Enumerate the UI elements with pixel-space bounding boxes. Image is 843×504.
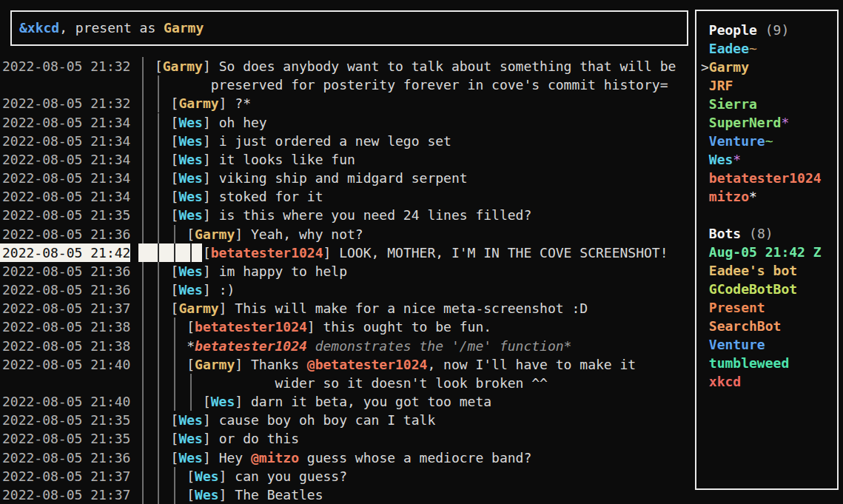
action-text: demonstrates the '/me' function* — [307, 338, 572, 354]
timestamp: 2022-08-05 21:37 — [2, 300, 130, 316]
text-segment: [ — [187, 226, 195, 242]
indent-spacer — [130, 338, 187, 354]
sidebar-bot-xkcd[interactable]: xkcd — [701, 372, 741, 391]
indent-spacer — [130, 207, 170, 223]
nick-wes: Wes — [178, 207, 203, 223]
text-segment: [ — [171, 152, 179, 167]
text-segment: [ — [171, 189, 179, 204]
chat-message-row[interactable]: 2022-08-05 21:36 [Wes] :) — [2, 280, 235, 299]
chat-message-row[interactable]: 2022-08-05 21:34 [Wes] viking ship and m… — [2, 169, 468, 187]
indent-spacer — [130, 412, 170, 428]
text-segment: * — [749, 189, 757, 204]
sidebar-user-supernerd[interactable]: SuperNerd* — [701, 113, 789, 132]
sidebar-bot-venture[interactable]: Venture — [701, 335, 765, 354]
chat-wrap-row[interactable]: preserved for posterity forever in cove'… — [2, 75, 668, 94]
sidebar-user-jrf[interactable]: JRF — [701, 76, 733, 95]
indent-spacer — [130, 319, 187, 335]
sidebar-bot-present[interactable]: Present — [701, 298, 765, 317]
indent-spacer — [130, 133, 170, 149]
timestamp: 2022-08-05 21:42 — [2, 245, 130, 261]
chat-wrap-row[interactable]: wider so it doesn't look broken ^^ — [2, 374, 548, 392]
timestamp: 2022-08-05 21:40 — [2, 394, 130, 409]
chat-message-row[interactable]: 2022-08-05 21:37 [Garmy] This will make … — [2, 299, 588, 317]
text-segment — [701, 263, 709, 278]
message-text: So does anybody want to talk about somet… — [219, 58, 676, 74]
sidebar-bot-tumbleweed[interactable]: tumbleweed — [701, 354, 789, 372]
timestamp: 2022-08-05 21:36 — [2, 226, 130, 242]
chat-message-row[interactable]: 2022-08-05 21:37 [Wes] can you guess? — [2, 467, 347, 485]
chat-message-row[interactable]: 2022-08-05 21:34 [Wes] it looks like fun — [2, 150, 355, 169]
text-segment — [701, 281, 709, 297]
sidebar-bot-gcodebotbot[interactable]: GCodeBotBot — [701, 280, 797, 298]
text-segment: People — [709, 22, 757, 38]
channel-header-text: &xkcd, present as Garmy — [19, 12, 204, 44]
sidebar-user-betatester1024[interactable]: betatester1024 — [701, 169, 822, 187]
chat-message-row[interactable]: 2022-08-05 21:36 [Wes] Hey @mitzo guess … — [2, 448, 531, 467]
nick-betatester1024: betatester1024 — [195, 319, 307, 335]
timestamp: 2022-08-05 21:35 — [2, 207, 130, 223]
sidebar-user-mitzo[interactable]: mitzo* — [701, 187, 757, 206]
nick-wes: Wes — [178, 170, 203, 186]
indent-spacer — [130, 115, 170, 130]
text-segment: [ — [171, 282, 179, 298]
timestamp — [2, 77, 130, 93]
chat-message-row[interactable]: 2022-08-05 21:40 [Garmy] Thanks @betates… — [2, 355, 636, 374]
sidebar-bot-searchbot[interactable]: SearchBot — [701, 317, 781, 335]
chat-message-row[interactable]: 2022-08-05 21:34 [Wes] i just ordered a … — [2, 132, 451, 150]
nick-wes: Wes — [178, 431, 203, 446]
nick-wes: Wes — [178, 412, 203, 428]
chat-message-row[interactable]: 2022-08-05 21:35 [Wes] or do this — [2, 429, 299, 448]
sidebar-user-sierra[interactable]: Sierra — [701, 95, 757, 113]
sidebar-bot-aug-05-2142-z[interactable]: Aug-05 21:42 Z — [701, 243, 822, 261]
chat-message-row[interactable]: 2022-08-05 21:42 [betatester1024] LOOK, … — [2, 243, 668, 262]
timestamp: 2022-08-05 21:34 — [2, 152, 130, 167]
sidebar-user-wes[interactable]: Wes* — [701, 150, 741, 169]
message-text: stoked for it — [219, 189, 323, 204]
message-text: preserved for posterity forever in cove'… — [211, 77, 668, 93]
text-segment: [ — [203, 245, 211, 261]
chat-message-row[interactable]: 2022-08-05 21:37 [Wes] The Beatles — [2, 485, 323, 504]
text-segment — [701, 374, 709, 389]
text-segment: ] — [203, 115, 219, 130]
text-segment: ] — [203, 263, 219, 279]
chat-message-row[interactable]: 2022-08-05 21:40 [Wes] darn it beta, you… — [2, 392, 491, 411]
indent-spacer — [130, 468, 187, 484]
chat-message-row[interactable]: 2022-08-05 21:36 [Wes] im happy to help — [2, 262, 347, 280]
message-text: oh hey — [219, 115, 267, 130]
text-segment: [ — [155, 58, 163, 74]
chat-message-row[interactable]: 2022-08-05 21:36 [Garmy] Yeah, why not? — [2, 225, 363, 243]
text-segment — [701, 22, 709, 38]
text-segment — [701, 115, 709, 130]
text-segment: mitzo — [709, 189, 749, 204]
chat-message-row[interactable]: 2022-08-05 21:38 [betatester1024] this o… — [2, 317, 491, 336]
text-segment: GCodeBotBot — [709, 281, 797, 297]
text-segment: [ — [171, 412, 179, 428]
message-text: wider so it doesn't look broken ^^ — [275, 375, 547, 391]
message-text: Thanks — [251, 357, 307, 372]
chat-pane: 2022-08-05 21:32 [Garmy] So does anybody… — [0, 0, 695, 504]
timestamp: 2022-08-05 21:35 — [2, 431, 130, 446]
chat-message-row[interactable]: 2022-08-05 21:35 [Wes] cause boy oh boy … — [2, 411, 435, 429]
timestamp: 2022-08-05 21:36 — [2, 282, 130, 298]
text-segment: ] — [203, 450, 219, 466]
text-segment: Garmy — [709, 59, 749, 75]
chat-message-row[interactable]: 2022-08-05 21:32 [Garmy] ?* — [2, 94, 251, 112]
indent-spacer — [130, 487, 187, 503]
sidebar-bot-eadees-bot[interactable]: Eadee's bot — [701, 261, 797, 280]
text-segment: [ — [187, 487, 195, 503]
chat-message-row[interactable]: 2022-08-05 21:34 [Wes] oh hey — [2, 113, 267, 132]
text-segment — [701, 300, 709, 315]
text-segment: [ — [171, 431, 179, 446]
message-text: guess whose a mediocre band? — [299, 450, 531, 466]
sidebar-user-venture[interactable]: Venture~ — [701, 132, 773, 150]
text-segment: ] — [307, 319, 323, 335]
text-segment: (8) — [741, 226, 773, 241]
text-segment: xkcd — [709, 374, 741, 389]
chat-message-row[interactable]: 2022-08-05 21:32 [Garmy] So does anybody… — [2, 57, 676, 75]
sidebar-user-garmy[interactable]: >Garmy — [701, 58, 749, 76]
chat-message-row[interactable]: 2022-08-05 21:38 *betatester1024 demonst… — [2, 337, 571, 355]
sidebar-user-eadee[interactable]: Eadee~ — [701, 39, 757, 58]
chat-message-row[interactable]: 2022-08-05 21:35 [Wes] is this where you… — [2, 206, 531, 224]
chat-message-row[interactable]: 2022-08-05 21:34 [Wes] stoked for it — [2, 187, 323, 206]
text-segment: ] — [203, 133, 219, 149]
